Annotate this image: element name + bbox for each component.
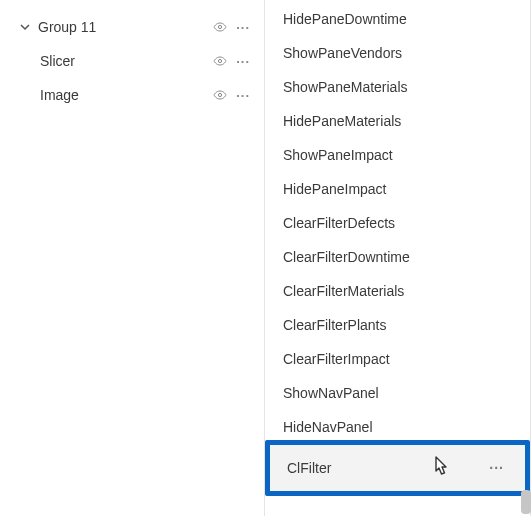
list-item[interactable]: ClearFilterImpact [265,342,530,376]
list-item[interactable]: HideNavPanel [265,410,530,444]
list-item[interactable]: ClearFilterPlants [265,308,530,342]
list-item[interactable]: ClearFilterDowntime [265,240,530,274]
chevron-down-icon [16,21,34,33]
tree-item-slicer[interactable]: Slicer ··· [12,44,256,78]
list-item[interactable]: HidePaneImpact [265,172,530,206]
list-item[interactable]: ShowPaneImpact [265,138,530,172]
visibility-icon[interactable] [212,19,228,35]
svg-point-1 [219,59,222,62]
list-item[interactable]: ClearFilterMaterials [265,274,530,308]
list-item-label: HidePaneDowntime [283,11,407,27]
list-item-label: ClearFilterPlants [283,317,386,333]
more-icon[interactable]: ··· [234,20,252,35]
svg-point-0 [219,25,222,28]
tree-group[interactable]: Group 11 ··· [12,10,256,44]
tree-item-image[interactable]: Image ··· [12,78,256,112]
list-item-label: HidePaneImpact [283,181,387,197]
more-icon[interactable]: ··· [234,88,252,103]
list-item-label: ShowPaneImpact [283,147,393,163]
visibility-icon[interactable] [212,53,228,69]
list-item[interactable]: HidePaneDowntime [265,2,530,36]
tree-group-label: Group 11 [34,19,212,35]
tree-item-label: Slicer [16,53,212,69]
selected-bookmark-wrapper: ClFilter ··· [269,444,526,492]
more-icon[interactable]: ··· [489,460,504,476]
list-item-label: ClearFilterDefects [283,215,395,231]
list-item[interactable]: ShowNavPanel [265,376,530,410]
visibility-icon[interactable] [212,87,228,103]
list-item-label: ShowPaneVendors [283,45,402,61]
list-item-label: ShowPaneMaterials [283,79,408,95]
bookmarks-list: HidePaneDowntime ShowPaneVendors ShowPan… [265,0,531,516]
tree-item-label: Image [16,87,212,103]
list-item[interactable]: ShowPaneMaterials [265,70,530,104]
scrollbar-thumb[interactable] [521,490,531,514]
list-item-label: ClearFilterDowntime [283,249,410,265]
list-item-label: ClFilter [287,460,331,476]
svg-point-2 [219,93,222,96]
list-item[interactable]: ShowPaneVendors [265,36,530,70]
list-item-label: ClearFilterMaterials [283,283,404,299]
more-icon[interactable]: ··· [234,54,252,69]
list-item-label: HideNavPanel [283,419,373,435]
list-item[interactable]: ClearFilterDefects [265,206,530,240]
list-item-label: ShowNavPanel [283,385,379,401]
pointer-cursor-icon [427,454,453,487]
list-item-selected[interactable]: ClFilter ··· [269,444,526,492]
list-item-label: ClearFilterImpact [283,351,390,367]
selection-tree: Group 11 ··· Slicer ··· Image [0,0,265,516]
list-item[interactable]: HidePaneMaterials [265,104,530,138]
list-item-label: HidePaneMaterials [283,113,401,129]
